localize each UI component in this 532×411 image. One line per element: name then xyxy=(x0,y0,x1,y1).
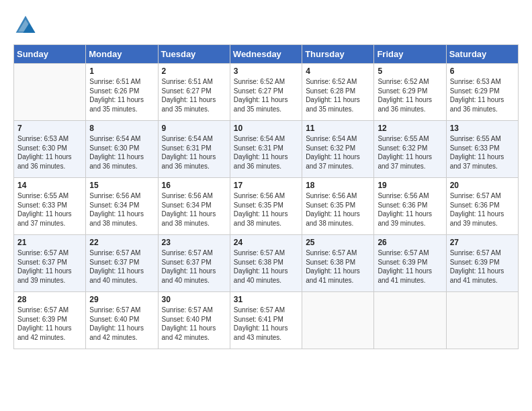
logo-icon xyxy=(13,13,38,38)
day-number: 26 xyxy=(378,238,442,247)
calendar-cell: 15Sunrise: 6:56 AM Sunset: 6:34 PM Dayli… xyxy=(86,178,158,235)
calendar-cell xyxy=(302,292,374,349)
calendar-table: SundayMondayTuesdayWednesdayThursdayFrid… xyxy=(13,44,519,349)
day-number: 15 xyxy=(89,181,154,190)
day-info: Sunrise: 6:57 AM Sunset: 6:38 PM Dayligh… xyxy=(306,248,370,285)
calendar-cell: 5Sunrise: 6:52 AM Sunset: 6:29 PM Daylig… xyxy=(374,64,446,121)
calendar-cell: 19Sunrise: 6:56 AM Sunset: 6:36 PM Dayli… xyxy=(374,178,446,235)
day-info: Sunrise: 6:56 AM Sunset: 6:34 PM Dayligh… xyxy=(162,191,226,228)
calendar-week: 1Sunrise: 6:51 AM Sunset: 6:26 PM Daylig… xyxy=(14,64,519,121)
day-number: 20 xyxy=(450,181,515,190)
calendar-cell xyxy=(14,64,86,121)
weekday-header: Sunday xyxy=(14,45,86,64)
day-info: Sunrise: 6:53 AM Sunset: 6:29 PM Dayligh… xyxy=(450,77,515,113)
day-info: Sunrise: 6:52 AM Sunset: 6:29 PM Dayligh… xyxy=(378,77,442,113)
day-info: Sunrise: 6:56 AM Sunset: 6:35 PM Dayligh… xyxy=(234,191,298,228)
day-number: 24 xyxy=(234,238,298,247)
weekday-header: Friday xyxy=(374,45,446,64)
calendar-body: 1Sunrise: 6:51 AM Sunset: 6:26 PM Daylig… xyxy=(14,64,519,349)
day-number: 18 xyxy=(306,181,370,190)
calendar-cell: 3Sunrise: 6:52 AM Sunset: 6:27 PM Daylig… xyxy=(230,64,302,121)
weekday-header: Saturday xyxy=(446,45,518,64)
calendar-cell: 10Sunrise: 6:54 AM Sunset: 6:31 PM Dayli… xyxy=(230,121,302,178)
day-info: Sunrise: 6:54 AM Sunset: 6:31 PM Dayligh… xyxy=(162,134,226,171)
day-info: Sunrise: 6:51 AM Sunset: 6:26 PM Dayligh… xyxy=(89,77,154,113)
day-number: 30 xyxy=(162,295,226,304)
calendar-cell: 20Sunrise: 6:57 AM Sunset: 6:36 PM Dayli… xyxy=(446,178,518,235)
day-number: 10 xyxy=(234,124,298,133)
day-info: Sunrise: 6:57 AM Sunset: 6:39 PM Dayligh… xyxy=(17,306,82,342)
logo xyxy=(13,13,40,38)
page: SundayMondayTuesdayWednesdayThursdayFrid… xyxy=(0,0,532,363)
day-info: Sunrise: 6:57 AM Sunset: 6:36 PM Dayligh… xyxy=(450,191,515,228)
day-info: Sunrise: 6:56 AM Sunset: 6:36 PM Dayligh… xyxy=(378,191,442,228)
day-number: 6 xyxy=(450,66,515,76)
day-info: Sunrise: 6:57 AM Sunset: 6:37 PM Dayligh… xyxy=(17,248,82,285)
day-info: Sunrise: 6:54 AM Sunset: 6:32 PM Dayligh… xyxy=(306,134,370,171)
weekday-header: Wednesday xyxy=(230,45,302,64)
calendar-cell: 17Sunrise: 6:56 AM Sunset: 6:35 PM Dayli… xyxy=(230,178,302,235)
calendar-cell: 8Sunrise: 6:54 AM Sunset: 6:30 PM Daylig… xyxy=(86,121,158,178)
day-info: Sunrise: 6:55 AM Sunset: 6:32 PM Dayligh… xyxy=(378,134,442,171)
day-info: Sunrise: 6:57 AM Sunset: 6:41 PM Dayligh… xyxy=(234,306,298,342)
calendar-cell: 11Sunrise: 6:54 AM Sunset: 6:32 PM Dayli… xyxy=(302,121,374,178)
day-info: Sunrise: 6:57 AM Sunset: 6:37 PM Dayligh… xyxy=(89,248,154,285)
day-number: 7 xyxy=(17,124,82,133)
day-info: Sunrise: 6:57 AM Sunset: 6:40 PM Dayligh… xyxy=(162,306,226,342)
day-number: 22 xyxy=(89,238,154,247)
day-number: 28 xyxy=(17,295,82,304)
day-number: 27 xyxy=(450,238,515,247)
calendar-cell: 21Sunrise: 6:57 AM Sunset: 6:37 PM Dayli… xyxy=(14,235,86,292)
calendar-week: 14Sunrise: 6:55 AM Sunset: 6:33 PM Dayli… xyxy=(14,178,519,235)
day-number: 3 xyxy=(234,66,298,76)
day-number: 12 xyxy=(378,124,442,133)
calendar-week: 7Sunrise: 6:53 AM Sunset: 6:30 PM Daylig… xyxy=(14,121,519,178)
calendar-cell: 13Sunrise: 6:55 AM Sunset: 6:33 PM Dayli… xyxy=(446,121,518,178)
day-number: 16 xyxy=(162,181,226,190)
day-info: Sunrise: 6:55 AM Sunset: 6:33 PM Dayligh… xyxy=(450,134,515,171)
header xyxy=(13,13,519,38)
day-number: 9 xyxy=(162,124,226,133)
day-info: Sunrise: 6:57 AM Sunset: 6:38 PM Dayligh… xyxy=(234,248,298,285)
weekday-header: Monday xyxy=(86,45,158,64)
day-info: Sunrise: 6:54 AM Sunset: 6:30 PM Dayligh… xyxy=(89,134,154,171)
weekday-header: Thursday xyxy=(302,45,374,64)
day-number: 17 xyxy=(234,181,298,190)
day-number: 2 xyxy=(162,66,226,76)
calendar-cell: 24Sunrise: 6:57 AM Sunset: 6:38 PM Dayli… xyxy=(230,235,302,292)
day-number: 4 xyxy=(306,66,370,76)
calendar-cell: 22Sunrise: 6:57 AM Sunset: 6:37 PM Dayli… xyxy=(86,235,158,292)
calendar-cell xyxy=(374,292,446,349)
header-row: SundayMondayTuesdayWednesdayThursdayFrid… xyxy=(14,45,519,64)
day-info: Sunrise: 6:51 AM Sunset: 6:27 PM Dayligh… xyxy=(162,77,226,113)
day-info: Sunrise: 6:52 AM Sunset: 6:28 PM Dayligh… xyxy=(306,77,370,113)
day-info: Sunrise: 6:55 AM Sunset: 6:33 PM Dayligh… xyxy=(17,191,82,228)
day-info: Sunrise: 6:57 AM Sunset: 6:39 PM Dayligh… xyxy=(378,248,442,285)
calendar-week: 28Sunrise: 6:57 AM Sunset: 6:39 PM Dayli… xyxy=(14,292,519,349)
day-number: 29 xyxy=(89,295,154,304)
day-number: 1 xyxy=(89,66,154,76)
calendar-cell: 1Sunrise: 6:51 AM Sunset: 6:26 PM Daylig… xyxy=(86,64,158,121)
day-info: Sunrise: 6:52 AM Sunset: 6:27 PM Dayligh… xyxy=(234,77,298,113)
calendar-cell: 28Sunrise: 6:57 AM Sunset: 6:39 PM Dayli… xyxy=(14,292,86,349)
calendar-cell: 25Sunrise: 6:57 AM Sunset: 6:38 PM Dayli… xyxy=(302,235,374,292)
calendar-cell: 2Sunrise: 6:51 AM Sunset: 6:27 PM Daylig… xyxy=(158,64,230,121)
calendar-cell: 16Sunrise: 6:56 AM Sunset: 6:34 PM Dayli… xyxy=(158,178,230,235)
day-number: 25 xyxy=(306,238,370,247)
calendar-cell: 4Sunrise: 6:52 AM Sunset: 6:28 PM Daylig… xyxy=(302,64,374,121)
day-info: Sunrise: 6:53 AM Sunset: 6:30 PM Dayligh… xyxy=(17,134,82,171)
calendar-cell: 12Sunrise: 6:55 AM Sunset: 6:32 PM Dayli… xyxy=(374,121,446,178)
weekday-header: Tuesday xyxy=(158,45,230,64)
day-info: Sunrise: 6:57 AM Sunset: 6:39 PM Dayligh… xyxy=(450,248,515,285)
day-info: Sunrise: 6:57 AM Sunset: 6:40 PM Dayligh… xyxy=(89,306,154,342)
calendar-cell: 9Sunrise: 6:54 AM Sunset: 6:31 PM Daylig… xyxy=(158,121,230,178)
day-info: Sunrise: 6:56 AM Sunset: 6:35 PM Dayligh… xyxy=(306,191,370,228)
calendar-cell: 14Sunrise: 6:55 AM Sunset: 6:33 PM Dayli… xyxy=(14,178,86,235)
calendar-cell: 7Sunrise: 6:53 AM Sunset: 6:30 PM Daylig… xyxy=(14,121,86,178)
calendar-week: 21Sunrise: 6:57 AM Sunset: 6:37 PM Dayli… xyxy=(14,235,519,292)
calendar-cell: 29Sunrise: 6:57 AM Sunset: 6:40 PM Dayli… xyxy=(86,292,158,349)
calendar-cell: 30Sunrise: 6:57 AM Sunset: 6:40 PM Dayli… xyxy=(158,292,230,349)
day-info: Sunrise: 6:57 AM Sunset: 6:37 PM Dayligh… xyxy=(162,248,226,285)
day-number: 31 xyxy=(234,295,298,304)
day-number: 19 xyxy=(378,181,442,190)
